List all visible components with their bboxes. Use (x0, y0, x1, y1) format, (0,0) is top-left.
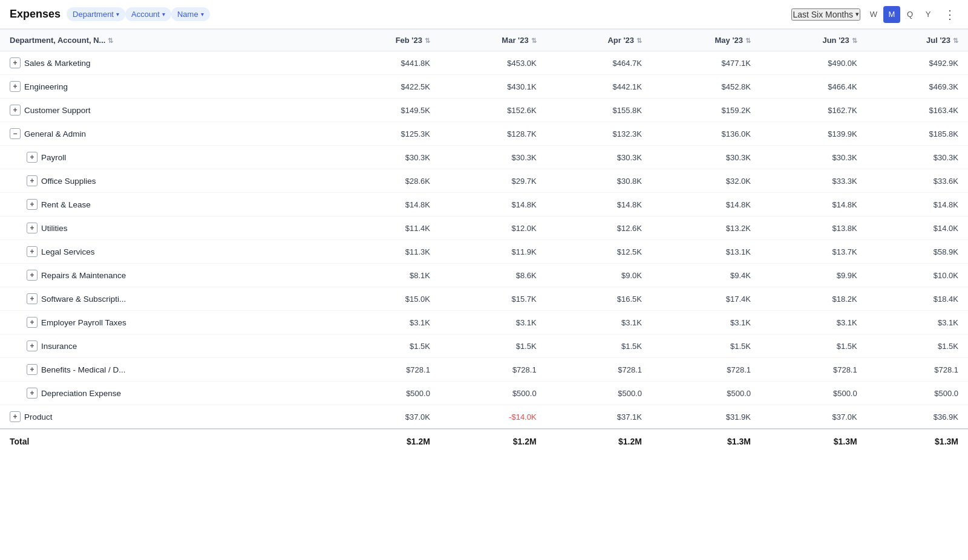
cell-office-supplies-col0: $28.6K (333, 169, 440, 193)
filter-chip-account[interactable]: Account▾ (125, 7, 171, 21)
total-cell-5: $1.3M (867, 429, 968, 454)
cell-product-col1: -$14.0K (440, 405, 546, 429)
period-buttons: WMQY (865, 6, 937, 23)
cell-legal-services-col4: $13.7K (760, 240, 867, 264)
app-container: Expenses Department▾Account▾Name▾ Last S… (0, 0, 968, 560)
column-label: Feb '23 (396, 36, 422, 45)
filter-chip-department[interactable]: Department▾ (67, 7, 125, 21)
cell-depreciation-expense-col4: $500.0 (760, 382, 867, 405)
expand-button-sales-marketing[interactable]: + (10, 57, 21, 68)
expand-button-payroll[interactable]: + (27, 152, 38, 163)
cell-insurance-col1: $1.5K (440, 334, 546, 358)
column-label: Jul '23 (926, 36, 950, 45)
cell-payroll-col4: $30.3K (760, 146, 867, 169)
expand-button-benefits-medical[interactable]: + (27, 364, 38, 375)
row-label-software-subscriptions: Software & Subscripti... (41, 295, 126, 304)
cell-depreciation-expense-col1: $500.0 (440, 382, 546, 405)
expand-button-repairs-maintenance[interactable]: + (27, 270, 38, 281)
cell-legal-services-col0: $11.3K (333, 240, 440, 264)
row-name-cell-employer-payroll-taxes: +Employer Payroll Taxes (0, 311, 333, 334)
cell-payroll-col1: $30.3K (440, 146, 546, 169)
chevron-down-icon: ▾ (116, 11, 119, 18)
expand-button-depreciation-expense[interactable]: + (27, 388, 38, 399)
expand-button-rent-lease[interactable]: + (27, 199, 38, 210)
cell-employer-payroll-taxes-col5: $3.1K (867, 311, 968, 334)
cell-repairs-maintenance-col2: $9.0K (546, 264, 652, 287)
period-button-W[interactable]: W (865, 6, 882, 23)
expand-button-general-admin[interactable]: − (10, 128, 21, 139)
row-label-benefits-medical: Benefits - Medical / D... (41, 365, 126, 374)
cell-rent-lease-col1: $14.8K (440, 193, 546, 217)
row-label-engineering: Engineering (24, 82, 68, 91)
cell-customer-support-col0: $149.5K (333, 99, 440, 122)
expand-button-employer-payroll-taxes[interactable]: + (27, 317, 38, 328)
cell-benefits-medical-col3: $728.1 (652, 358, 760, 382)
cell-office-supplies-col3: $32.0K (652, 169, 760, 193)
table-row: +Benefits - Medical / D...$728.1$728.1$7… (0, 358, 968, 382)
column-label: Mar '23 (502, 36, 528, 45)
expand-button-legal-services[interactable]: + (27, 246, 38, 257)
toolbar-left: Expenses Department▾Account▾Name▾ (10, 7, 210, 21)
cell-rent-lease-col5: $14.8K (867, 193, 968, 217)
expand-button-customer-support[interactable]: + (10, 105, 21, 116)
column-header-apr23[interactable]: Apr '23⇅ (546, 30, 652, 51)
cell-customer-support-col4: $162.7K (760, 99, 867, 122)
cell-office-supplies-col5: $33.6K (867, 169, 968, 193)
cell-general-admin-col3: $136.0K (652, 122, 760, 146)
sort-icon: ⇅ (425, 37, 430, 45)
cell-legal-services-col5: $58.9K (867, 240, 968, 264)
row-label-employer-payroll-taxes: Employer Payroll Taxes (41, 318, 126, 327)
cell-utilities-col1: $12.0K (440, 217, 546, 240)
expand-button-engineering[interactable]: + (10, 81, 21, 92)
row-name-cell-payroll: +Payroll (0, 146, 333, 169)
column-header-may23[interactable]: May '23⇅ (652, 30, 760, 51)
expand-button-insurance[interactable]: + (27, 340, 38, 351)
cell-customer-support-col1: $152.6K (440, 99, 546, 122)
toolbar: Expenses Department▾Account▾Name▾ Last S… (0, 0, 968, 29)
total-cell-2: $1.2M (546, 429, 652, 454)
row-name-cell-benefits-medical: +Benefits - Medical / D... (0, 358, 333, 382)
period-button-Q[interactable]: Q (901, 6, 918, 23)
table-row: +Sales & Marketing$441.8K$453.0K$464.7K$… (0, 51, 968, 75)
cell-software-subscriptions-col3: $17.4K (652, 287, 760, 311)
cell-rent-lease-col4: $14.8K (760, 193, 867, 217)
row-label-customer-support: Customer Support (24, 106, 91, 115)
cell-legal-services-col3: $13.1K (652, 240, 760, 264)
time-selector-button[interactable]: Last Six Months ▾ (791, 8, 860, 21)
cell-office-supplies-col2: $30.8K (546, 169, 652, 193)
table-row: +Insurance$1.5K$1.5K$1.5K$1.5K$1.5K$1.5K (0, 334, 968, 358)
more-options-button[interactable]: ⋮ (941, 7, 958, 22)
cell-software-subscriptions-col5: $18.4K (867, 287, 968, 311)
expand-button-software-subscriptions[interactable]: + (27, 293, 38, 304)
expand-button-office-supplies[interactable]: + (27, 175, 38, 186)
row-name-cell-depreciation-expense: +Depreciation Expense (0, 382, 333, 405)
row-label-payroll: Payroll (41, 153, 66, 162)
expand-button-utilities[interactable]: + (27, 223, 38, 233)
cell-sales-marketing-col5: $492.9K (867, 51, 968, 75)
column-label: May '23 (715, 36, 743, 45)
total-cell-0: $1.2M (333, 429, 440, 454)
sort-icon: ⇅ (852, 37, 857, 45)
table-row: +Engineering$422.5K$430.1K$442.1K$452.8K… (0, 75, 968, 99)
cell-repairs-maintenance-col3: $9.4K (652, 264, 760, 287)
column-header-feb23[interactable]: Feb '23⇅ (333, 30, 440, 51)
cell-benefits-medical-col1: $728.1 (440, 358, 546, 382)
period-button-Y[interactable]: Y (920, 6, 937, 23)
row-label-repairs-maintenance: Repairs & Maintenance (41, 271, 126, 280)
period-button-M[interactable]: M (883, 6, 900, 23)
table-wrapper: Department, Account, N...⇅Feb '23⇅Mar '2… (0, 29, 968, 454)
sort-icon: ⇅ (531, 37, 537, 45)
column-header-jun23[interactable]: Jun '23⇅ (760, 30, 867, 51)
cell-legal-services-col2: $12.5K (546, 240, 652, 264)
column-label: Apr '23 (607, 36, 634, 45)
time-selector-chevron: ▾ (855, 10, 859, 18)
cell-repairs-maintenance-col1: $8.6K (440, 264, 546, 287)
row-label-legal-services: Legal Services (41, 247, 95, 256)
column-header-jul23[interactable]: Jul '23⇅ (867, 30, 968, 51)
cell-customer-support-col3: $159.2K (652, 99, 760, 122)
filter-chip-name[interactable]: Name▾ (171, 7, 210, 21)
expand-button-product[interactable]: + (10, 411, 21, 422)
column-header-name[interactable]: Department, Account, N...⇅ (0, 30, 333, 51)
expenses-table: Department, Account, N...⇅Feb '23⇅Mar '2… (0, 29, 968, 454)
column-header-mar23[interactable]: Mar '23⇅ (440, 30, 546, 51)
